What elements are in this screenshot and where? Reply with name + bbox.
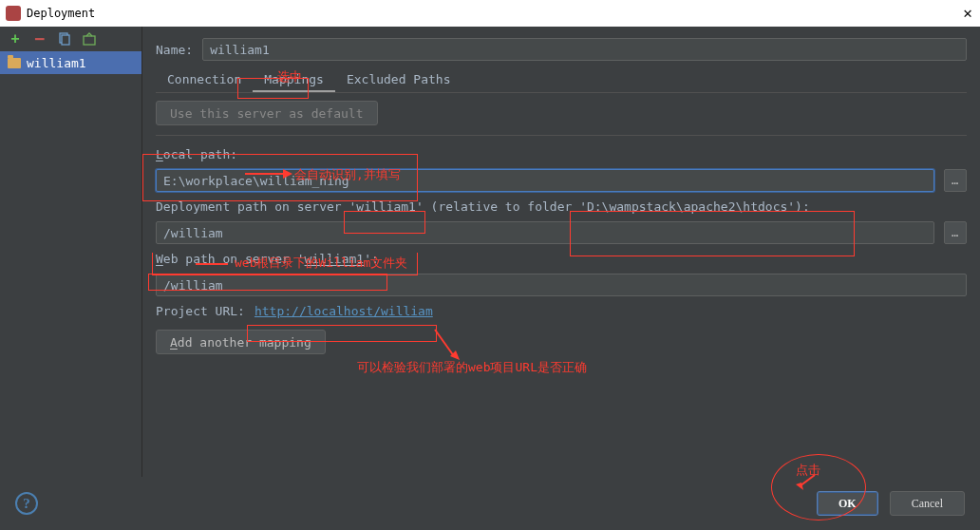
use-default-button[interactable]: Use this server as default — [156, 101, 378, 125]
name-input[interactable]: william1 — [202, 38, 967, 61]
sidebar-item-william1[interactable]: william1 — [0, 51, 141, 74]
folder-icon — [8, 58, 21, 68]
dialog-footer: ? OK Cancel — [0, 477, 980, 530]
sidebar-item-label: william1 — [27, 56, 86, 70]
help-icon[interactable]: ? — [15, 492, 38, 515]
main-panel: Name: william1 Connection Mappings Exclu… — [142, 27, 980, 477]
ok-button[interactable]: OK — [817, 491, 878, 516]
close-icon[interactable]: ✕ — [963, 4, 972, 22]
title-bar: Deployment ✕ — [0, 0, 980, 27]
deployment-path-input[interactable]: /william — [156, 221, 934, 244]
tab-excluded[interactable]: Excluded Paths — [335, 68, 462, 92]
package-icon[interactable] — [82, 31, 97, 47]
window-title: Deployment — [27, 7, 95, 20]
name-label: Name: — [156, 43, 193, 57]
local-path-label: LLocal path:ocal path: — [156, 147, 967, 161]
cancel-button[interactable]: Cancel — [890, 491, 965, 516]
separator — [156, 135, 967, 136]
web-path-label: Web path on server 'william1': Web path … — [156, 252, 967, 266]
tab-connection[interactable]: Connection — [156, 68, 253, 92]
add-icon[interactable]: + — [8, 31, 23, 47]
svg-rect-1 — [62, 35, 69, 45]
app-logo-icon — [6, 6, 21, 21]
deployment-path-label: Deployment path on server 'william1' (re… — [156, 199, 967, 214]
local-path-input[interactable]: E:\workplace\william_ning — [156, 169, 934, 192]
svg-rect-2 — [84, 36, 95, 45]
sidebar: + − william1 — [0, 27, 142, 477]
project-url-label: Project URL: — [156, 304, 245, 318]
copy-icon[interactable] — [57, 31, 72, 47]
browse-local-path-button[interactable]: … — [944, 169, 967, 192]
remove-icon[interactable]: − — [32, 31, 47, 47]
project-url-link[interactable]: http://localhost/william — [254, 304, 433, 318]
browse-deployment-path-button[interactable]: … — [944, 221, 967, 244]
add-mapping-button[interactable]: Add another mappingAdd another mapping — [156, 330, 326, 354]
tabs: Connection Mappings Excluded Paths — [156, 68, 967, 93]
tab-mappings[interactable]: Mappings — [253, 68, 335, 92]
web-path-input[interactable]: /william — [156, 274, 967, 296]
sidebar-toolbar: + − — [0, 27, 141, 51]
